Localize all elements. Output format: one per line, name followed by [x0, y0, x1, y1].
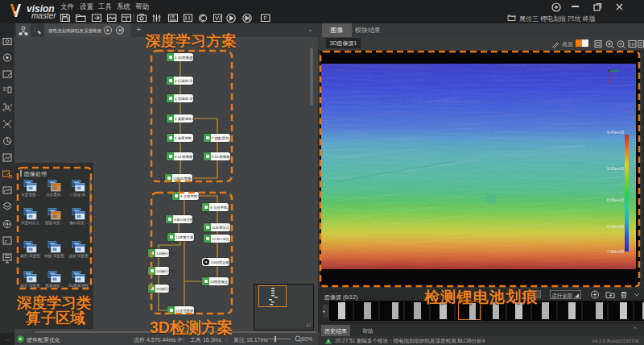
svg-text:VB: VB — [170, 15, 175, 19]
svg-text:F: F — [5, 239, 8, 244]
svg-text:F: F — [264, 15, 267, 21]
